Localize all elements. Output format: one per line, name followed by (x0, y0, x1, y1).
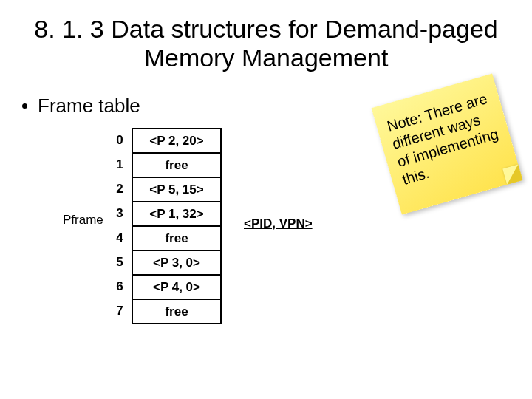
sticky-note-text: Note: There are different ways of implem… (385, 90, 500, 188)
index-cell: 1 (111, 152, 129, 177)
bullet-text: Frame table (38, 95, 140, 117)
index-cell: 7 (111, 299, 129, 323)
index-cell: 2 (111, 177, 129, 201)
slide-title: 8. 1. 3 Data structures for Demand-paged… (0, 0, 532, 80)
index-column: 0 1 2 3 4 5 6 7 (111, 128, 129, 323)
index-cell: 4 (111, 225, 129, 250)
frame-table-cell: <P 3, 0> (132, 250, 221, 275)
index-cell: 3 (111, 201, 129, 225)
frame-table-cell: free (132, 299, 221, 324)
frame-table-cell: free (132, 226, 221, 250)
frame-table-cell: <P 1, 32> (132, 202, 221, 226)
frame-table: <P 2, 20> free <P 5, 15> <P 1, 32> free … (132, 128, 222, 324)
pframe-label: Pframe (63, 213, 103, 228)
index-cell: 6 (111, 274, 129, 299)
frame-table-cell: <P 2, 20> (132, 129, 221, 153)
legend-text: <PID, VPN> (244, 216, 313, 231)
frame-table-cell: <P 4, 0> (132, 275, 221, 299)
index-cell: 0 (111, 128, 129, 152)
frame-table-cell: <P 5, 15> (132, 177, 221, 202)
bullet-dot-icon (22, 103, 27, 109)
frame-table-cell: free (132, 153, 221, 177)
index-cell: 5 (111, 250, 129, 274)
